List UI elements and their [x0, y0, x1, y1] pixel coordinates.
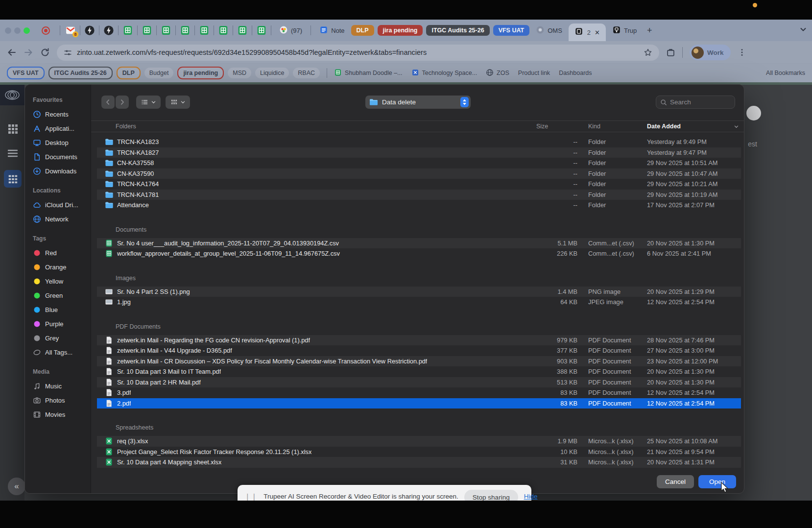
file-row-cn-ka37590[interactable]: CN-KA37590--Folder29 Nov 2025 at 10:47 A…	[97, 168, 741, 179]
sidebar-item-desktop[interactable]: Desktop	[33, 136, 91, 150]
reload-icon[interactable]	[40, 48, 50, 57]
sidebar-item-music[interactable]: Music	[33, 379, 91, 393]
user-avatar[interactable]	[746, 106, 761, 120]
file-row-cn-ka37558[interactable]: CN-KA37558--Folder29 Nov 2025 at 10:51 A…	[97, 158, 741, 168]
sidebar-item-applicati-[interactable]: Applicati...	[33, 121, 91, 136]
file-row-3-pdf[interactable]: 3.pdf83 KBPDF Document12 Nov 2025 at 2:5…	[97, 387, 741, 398]
file-row-zetwerk-in-mail-cr-discussion-xds-policy[interactable]: zetwerk.in Mail - CR Discussion – XDS Po…	[97, 356, 741, 367]
file-row-trcn-ka1764[interactable]: TRCN-KA1764--Folder29 Nov 2025 at 10:21 …	[97, 179, 741, 190]
file-row-sr-no-4-user-audit-log-information-2025-[interactable]: Sr. No 4 user___audit_log_information_20…	[97, 238, 741, 249]
bookmark-dashboards[interactable]: Dashboards	[559, 70, 592, 76]
column-header-date[interactable]: Date Added	[638, 123, 741, 130]
file-row-workflow-approver-details-at-group-level[interactable]: workflow_approver_details_at_group_level…	[97, 248, 741, 259]
tab-oms[interactable]: OMS	[533, 25, 565, 36]
file-row-zetwerk-in-mail-regarding-the-fg-code-cn[interactable]: zetwerk.in Mail - Regarding the FG code …	[97, 335, 741, 346]
bookmark-technology-space-[interactable]: Technology Space...	[411, 69, 478, 78]
new-tab-button[interactable]: +	[643, 25, 656, 36]
column-header-name[interactable]: Folders	[97, 123, 535, 130]
tab-group-dlp[interactable]: DLP	[351, 25, 374, 36]
file-row-sr-10-data-part-2-hr-mail-pdf[interactable]: Sr. 10 Data part 2 HR Mail.pdf513 KBPDF …	[97, 377, 741, 388]
window-close-button[interactable]	[5, 27, 11, 34]
nav-back-button[interactable]	[101, 96, 115, 109]
extensions-icon[interactable]	[666, 48, 675, 57]
bookmark-chip-budget[interactable]: Budget	[144, 68, 174, 78]
back-icon[interactable]	[7, 48, 17, 57]
window-zoom-button[interactable]	[24, 27, 30, 34]
sheets-icon[interactable]	[218, 25, 229, 36]
bookmark-zos[interactable]: ZOS	[486, 69, 509, 78]
group-view-button[interactable]	[166, 96, 190, 109]
sheets-icon[interactable]	[180, 25, 191, 36]
sidebar-item-downloads[interactable]: Downloads	[33, 164, 91, 178]
tab-group-vfs-uat[interactable]: VFS UAT	[493, 25, 530, 36]
file-row-sr-10-data-part-3-mail-to-it-team-pdf[interactable]: Sr. 10 Data part 3 Mail to IT Team.pdf38…	[97, 366, 741, 377]
sheets-icon[interactable]	[161, 25, 171, 36]
sheets-icon[interactable]	[256, 25, 267, 36]
popup-stepper-icon[interactable]	[460, 97, 469, 107]
drag-handle-icon[interactable]: ❘❘	[244, 492, 258, 501]
file-row-1-jpg[interactable]: 1.jpg64 KBJPEG image12 Nov 2025 at 2:54 …	[97, 297, 741, 308]
open-button[interactable]: Open	[698, 475, 736, 488]
record-indicator-icon[interactable]	[42, 26, 50, 35]
close-tab-icon[interactable]: ✕	[595, 29, 600, 36]
sidebar-item-photos[interactable]: Photos	[33, 393, 91, 408]
column-header-kind[interactable]: Kind	[579, 123, 638, 130]
bookmark-star-icon[interactable]	[644, 48, 652, 57]
window-minimize-button[interactable]	[14, 27, 21, 34]
bookmark-chip-vfs-uat[interactable]: VFS UAT	[7, 67, 45, 79]
bookmark-product-link[interactable]: Product link	[518, 70, 550, 76]
apps-grid-icon[interactable]	[7, 123, 19, 135]
file-row-req-3-xlsx[interactable]: req (3).xlsx1.9 MBMicros...k (.xlsx)25 N…	[97, 436, 741, 447]
tab-search-chevron-icon[interactable]	[799, 25, 807, 35]
sidebar-item-blue[interactable]: Blue	[33, 303, 91, 317]
gmail-icon[interactable]: 8	[65, 25, 76, 36]
sheets-icon[interactable]	[122, 25, 133, 36]
bookmark-chip-liquidice[interactable]: Liquidice	[255, 68, 289, 78]
browser-menu-icon[interactable]	[738, 48, 746, 57]
sidebar-item-movies[interactable]: Movies	[33, 408, 91, 422]
tab-group-itgc-audits-25-26[interactable]: ITGC Audits 25-26	[426, 25, 489, 36]
file-row-sr-10-data-part-4-mapping-sheet-xlsx[interactable]: Sr. 10 Data part 4 Mapping sheet.xlsx31 …	[97, 457, 741, 468]
file-row-trcn-ka1823[interactable]: TRCN-KA1823--FolderYesterday at 9:49 PM	[97, 137, 741, 147]
sidebar-item-grey[interactable]: Grey	[33, 331, 91, 345]
tab-note[interactable]: Note	[316, 25, 347, 36]
sidebar-item-purple[interactable]: Purple	[33, 317, 91, 331]
sidebar-item-red[interactable]: Red	[33, 246, 91, 260]
list-view-button[interactable]	[136, 96, 161, 109]
file-row-trcn-ka1827[interactable]: TRCN-KA1827--FolderYesterday at 9:47 PM	[97, 147, 741, 158]
sheets-icon[interactable]	[237, 25, 248, 36]
sheets-icon[interactable]	[142, 25, 152, 36]
menu-hamburger-icon[interactable]	[7, 147, 19, 159]
cancel-button[interactable]: Cancel	[657, 475, 694, 488]
sidebar-item-network[interactable]: Network	[33, 212, 91, 226]
file-row-sr-no-4-part-2-ss-1-png[interactable]: Sr. No 4 Part 2 SS (1).png1.4 MBPNG imag…	[97, 287, 741, 297]
file-row-trcn-ka1781[interactable]: TRCN-KA1781--Folder29 Nov 2025 at 10:19 …	[97, 190, 741, 200]
forward-icon[interactable]	[24, 48, 33, 57]
tab--97-[interactable]: (97)	[276, 25, 305, 36]
all-bookmarks-button[interactable]: All Bookmarks	[766, 70, 805, 76]
dialog-search[interactable]	[656, 96, 735, 109]
column-header-size[interactable]: Size	[535, 123, 579, 130]
sidebar-item-yellow[interactable]: Yellow	[33, 274, 91, 288]
hide-link[interactable]: Hide	[524, 493, 538, 500]
bolt-icon[interactable]	[84, 25, 95, 36]
sidebar-item-all-tags-[interactable]: All Tags...	[33, 345, 91, 360]
nav-forward-button[interactable]	[116, 96, 129, 109]
file-row-attendance[interactable]: Attendance--Folder17 Nov 2025 at 2:07 PM	[97, 200, 741, 211]
sidebar-item-recents[interactable]: Recents	[33, 107, 91, 121]
bookmark-chip-jira-pending[interactable]: jira pending	[177, 67, 224, 79]
search-input[interactable]	[670, 98, 724, 106]
tab-group-jira-pending[interactable]: jira pending	[378, 25, 423, 36]
address-bar[interactable]: zinto.uat.zetwerk.com/vfs-request/reques…	[57, 45, 659, 61]
file-row-zetwerk-in-mail-v44-upgrade-d365-pdf[interactable]: zetwerk.in Mail - V44 Upgrade - D365.pdf…	[97, 345, 741, 356]
active-tab[interactable]: 2✕	[569, 24, 606, 41]
tab-trup[interactable]: Trup	[609, 25, 640, 36]
bookmark-chip-itgc-audits-25-26[interactable]: ITGC Audits 25-26	[48, 67, 113, 79]
url-text[interactable]: zinto.uat.zetwerk.com/vfs-request/reques…	[77, 48, 639, 56]
collapse-sidebar-button[interactable]: «	[8, 478, 25, 495]
active-module-icon[interactable]	[4, 170, 22, 188]
file-row-project-gange-select-risk-factor-tracker[interactable]: Project Gange_Select Risk Factor Tracker…	[97, 447, 741, 457]
profile-button[interactable]: Work	[690, 45, 731, 60]
location-popup[interactable]: Data delete	[365, 96, 471, 109]
sidebar-item-documents[interactable]: Documents	[33, 150, 91, 164]
